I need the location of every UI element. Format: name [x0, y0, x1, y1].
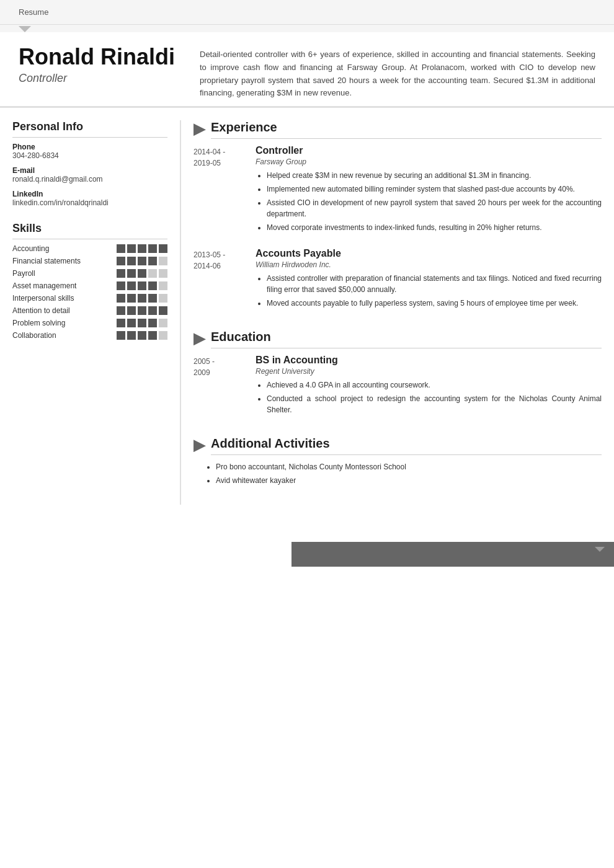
skill-row: Interpersonal skills — [12, 294, 167, 303]
email-label: E-mail — [12, 166, 167, 175]
skill-name: Payroll — [12, 269, 117, 278]
entry-date: 2013-05 -2014-06 — [194, 248, 243, 311]
education-header: Education — [194, 330, 602, 348]
skill-bar-filled — [138, 244, 146, 253]
skills-list: AccountingFinancial statementsPayrollAss… — [12, 244, 167, 340]
skill-bar-filled — [138, 269, 146, 278]
skill-bar-filled — [159, 306, 167, 315]
skill-name: Financial statements — [12, 257, 117, 265]
skill-name: Attention to detail — [12, 306, 117, 315]
skill-row: Asset management — [12, 281, 167, 290]
skill-bar-filled — [117, 269, 125, 278]
education-section: Education 2005 -2009BS in AccountingRege… — [194, 330, 602, 418]
skills-title: Skills — [12, 222, 167, 239]
skill-bar-filled — [148, 294, 157, 303]
skill-bars — [117, 306, 167, 315]
education-icon — [194, 333, 206, 345]
entry-title: Accounts Payable — [256, 248, 602, 259]
skill-row: Collaboration — [12, 331, 167, 340]
scroll-up-icon[interactable] — [595, 547, 605, 552]
entry: 2005 -2009BS in AccountingRegent Univers… — [194, 355, 602, 418]
entry-content: BS in AccountingRegent UniversityAchieve… — [256, 355, 602, 418]
skill-bar-filled — [148, 281, 157, 290]
entry-title: BS in Accounting — [256, 355, 602, 366]
skill-bars — [117, 257, 167, 265]
entry-content: ControllerFarsway GroupHelped create $3M… — [256, 145, 602, 236]
skill-bar-filled — [117, 281, 125, 290]
skill-bar-filled — [138, 281, 146, 290]
skill-bar-empty — [159, 257, 167, 265]
left-column: Personal Info Phone 304-280-6834 E-mail … — [12, 120, 180, 505]
experience-icon — [194, 123, 206, 136]
entry-bullets: Helped create $3M in new revenue by secu… — [256, 170, 602, 233]
skill-bars — [117, 269, 167, 278]
experience-title: Experience — [211, 120, 602, 139]
entry-subtitle: Farsway Group — [256, 157, 602, 166]
skill-bar-filled — [148, 257, 157, 265]
skill-bar-filled — [138, 257, 146, 265]
entry-date: 2014-04 -2019-05 — [194, 145, 243, 236]
entry-bullet: Assisted controller with preparation of … — [267, 273, 602, 295]
entry-bullet: Helped create $3M in new revenue by secu… — [267, 170, 602, 181]
skill-bar-filled — [127, 294, 136, 303]
skill-bar-filled — [127, 269, 136, 278]
education-entries: 2005 -2009BS in AccountingRegent Univers… — [194, 355, 602, 418]
skill-bar-filled — [127, 331, 136, 340]
candidate-title: Controller — [19, 72, 175, 85]
entry-bullet: Conducted a school project to redesign t… — [267, 393, 602, 415]
skill-bar-empty — [159, 281, 167, 290]
header-summary: Detail-oriented controller with 6+ years… — [200, 45, 595, 100]
skill-bar-filled — [148, 306, 157, 315]
skill-bars — [117, 331, 167, 340]
experience-section: Experience 2014-04 -2019-05ControllerFar… — [194, 120, 602, 311]
entry-bullet: Moved accounts payable to fully paperles… — [267, 298, 602, 309]
skill-bar-filled — [117, 331, 125, 340]
entry: 2013-05 -2014-06Accounts PayableWilliam … — [194, 248, 602, 311]
skill-bars — [117, 294, 167, 303]
skill-row: Problem solving — [12, 319, 167, 327]
skill-bar-filled — [159, 244, 167, 253]
skill-bars — [117, 281, 167, 290]
skill-bar-filled — [138, 331, 146, 340]
entry-bullet: Implemented new automated billing remind… — [267, 184, 602, 195]
email-item: E-mail ronald.q.rinaldi@gmail.com — [12, 166, 167, 184]
skills-section: Skills AccountingFinancial statementsPay… — [12, 222, 167, 340]
header-left: Ronald Rinaldi Controller — [19, 45, 175, 85]
skill-bar-empty — [159, 294, 167, 303]
experience-entries: 2014-04 -2019-05ControllerFarsway GroupH… — [194, 145, 602, 311]
skill-name: Collaboration — [12, 331, 117, 340]
phone-item: Phone 304-280-6834 — [12, 143, 167, 160]
entry-title: Controller — [256, 145, 602, 156]
entry-date: 2005 -2009 — [194, 355, 243, 418]
skill-row: Attention to detail — [12, 306, 167, 315]
entry-subtitle: William Hirdwoden Inc. — [256, 260, 602, 269]
skill-bar-filled — [148, 319, 157, 327]
linkedin-item: LinkedIn linkedin.com/in/ronaldqrinaldi — [12, 190, 167, 207]
skill-row: Payroll — [12, 269, 167, 278]
skill-bar-empty — [159, 269, 167, 278]
skill-bar-filled — [138, 306, 146, 315]
entry: 2014-04 -2019-05ControllerFarsway GroupH… — [194, 145, 602, 236]
skill-bar-filled — [148, 244, 157, 253]
skill-bars — [117, 244, 167, 253]
skill-bar-filled — [117, 306, 125, 315]
additional-header: Additional Activities — [194, 436, 602, 455]
skill-bars — [117, 319, 167, 327]
linkedin-label: LinkedIn — [12, 190, 167, 198]
skill-bar-filled — [117, 257, 125, 265]
skill-name: Problem solving — [12, 319, 117, 327]
skill-bar-filled — [127, 257, 136, 265]
linkedin-value: linkedin.com/in/ronaldqrinaldi — [12, 198, 167, 207]
skill-bar-filled — [138, 319, 146, 327]
skill-bar-filled — [117, 319, 125, 327]
right-column: Experience 2014-04 -2019-05ControllerFar… — [180, 120, 602, 505]
personal-info-section: Personal Info Phone 304-280-6834 E-mail … — [12, 120, 167, 207]
additional-bullet: Pro bono accountant, Nicholas County Mon… — [216, 461, 602, 472]
skill-bar-filled — [127, 244, 136, 253]
skill-bar-empty — [159, 319, 167, 327]
skill-name: Interpersonal skills — [12, 294, 117, 303]
entry-subtitle: Regent University — [256, 367, 602, 376]
entry-bullets: Assisted controller with preparation of … — [256, 273, 602, 309]
entry-content: Accounts PayableWilliam Hirdwoden Inc.As… — [256, 248, 602, 311]
phone-value: 304-280-6834 — [12, 151, 167, 160]
